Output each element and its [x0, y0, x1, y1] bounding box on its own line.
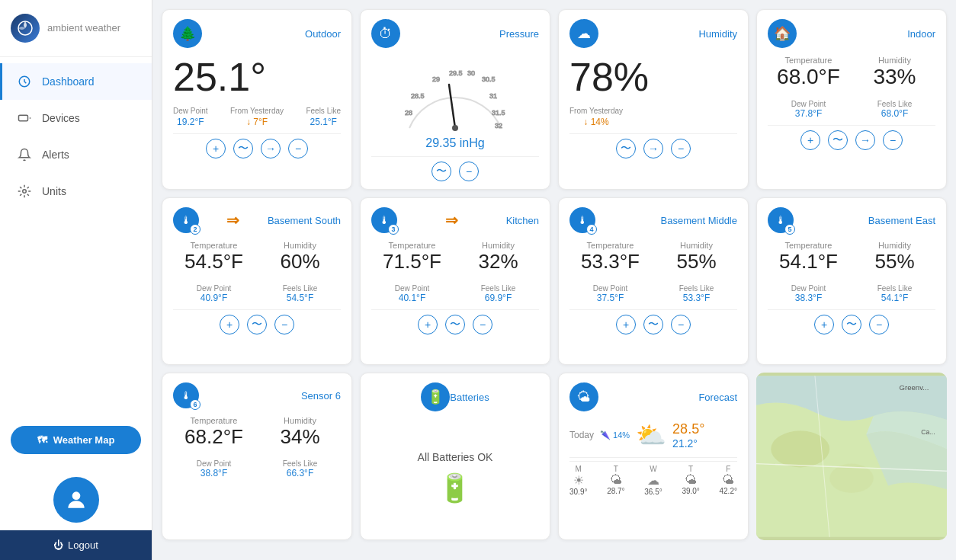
outdoor-add-btn[interactable]: +: [206, 139, 226, 158]
bs-remove-btn[interactable]: −: [274, 315, 294, 334]
sidebar-item-dashboard[interactable]: Dashboard: [0, 63, 152, 100]
outdoor-temp: 25.1°: [173, 56, 341, 99]
forecast-day-t1: T 🌤 28.7°: [607, 465, 624, 496]
pressure-icon: ⏱: [371, 19, 400, 48]
units-icon: [16, 183, 33, 200]
be-add-btn[interactable]: +: [814, 315, 834, 334]
arrow-right-icon: ⇒: [226, 211, 239, 229]
forecast-days-row: M ☀ 30.9° T 🌤 28.7° W ☁ 36.5° T 🌤 39.0° …: [569, 461, 737, 499]
weather-map-icon: 🗺: [37, 434, 47, 446]
indoor-sub-metrics: Dew Point 37.8°F Feels Like 68.0°F: [768, 95, 935, 119]
bm-chart-btn[interactable]: 〜: [643, 315, 663, 334]
outdoor-icon: 🌲: [173, 19, 202, 48]
bm-add-btn[interactable]: +: [616, 315, 636, 334]
svg-text:29.5: 29.5: [449, 69, 463, 77]
forecast-divider: [569, 457, 737, 458]
kitchen-icon: 🌡 3: [371, 207, 397, 233]
humidity-sub: From Yesterday ↓ 14%: [569, 107, 737, 127]
indoor-header: 🏠 Indoor: [768, 19, 935, 48]
indoor-remove-btn[interactable]: −: [883, 130, 903, 150]
humidity-remove-btn[interactable]: −: [671, 139, 691, 158]
sensor6-header: 🌡 6 Sensor 6: [173, 382, 341, 408]
svg-text:30.5: 30.5: [482, 75, 496, 83]
main-content: 🌲 Outdoor 25.1° Dew Point 19.2°F From Ye…: [152, 0, 956, 560]
indoor-card: 🏠 Indoor Temperature 68.0°F Humidity 33%…: [756, 9, 947, 190]
be-remove-btn[interactable]: −: [869, 315, 889, 334]
bm-remove-btn[interactable]: −: [671, 315, 691, 334]
bs-chart-btn[interactable]: 〜: [247, 315, 267, 334]
battery-graphic: 🔋: [438, 472, 472, 504]
logout-button[interactable]: ⏻ Logout: [0, 530, 152, 560]
forecast-day-f: F 🌤 42.2°: [720, 465, 737, 496]
humidity-card: ☁ Humidity 78% From Yesterday ↓ 14% 〜 → …: [558, 9, 749, 190]
indoor-icon: 🏠: [768, 19, 797, 48]
svg-point-4: [72, 491, 80, 500]
forecast-day-w: W ☁ 36.5°: [644, 465, 662, 496]
svg-text:32: 32: [495, 122, 502, 130]
sidebar-item-devices[interactable]: Devices: [0, 100, 152, 136]
humidity-share-btn[interactable]: →: [643, 139, 663, 158]
basement-south-icon: 🌡 2: [173, 207, 199, 233]
humidity-value: 78%: [569, 56, 737, 99]
basement-east-card: 🌡 5 Basement East Temperature 54.1°F Hum…: [756, 197, 947, 365]
indoor-share-btn[interactable]: →: [855, 130, 875, 150]
outdoor-sub: Dew Point 19.2°F From Yesterday ↓ 7°F Fe…: [173, 107, 341, 127]
svg-line-14: [449, 85, 455, 128]
weather-map-button[interactable]: 🗺 Weather Map: [11, 426, 141, 454]
indoor-main-metrics: Temperature 68.0°F Humidity 33%: [768, 56, 935, 89]
batteries-header: 🔋 Batteries: [421, 382, 489, 411]
forecast-icon: 🌤: [569, 382, 598, 411]
forecast-card: 🌤 Forecast Today 🌂 14% ⛅ 28.5° 21.2° M ☀…: [558, 373, 749, 540]
batteries-card: 🔋 Batteries All Batteries OK 🔋: [360, 373, 550, 540]
indoor-footer: + 〜 → −: [768, 125, 935, 150]
avatar: [53, 477, 99, 523]
logo-icon: [11, 14, 40, 43]
svg-text:31: 31: [489, 92, 497, 100]
be-chart-btn[interactable]: 〜: [842, 315, 861, 334]
k-chart-btn[interactable]: 〜: [445, 315, 465, 334]
svg-point-3: [23, 190, 27, 194]
pressure-value: 29.35 inHg: [371, 136, 539, 150]
basement-east-header: 🌡 5 Basement East: [768, 207, 935, 233]
svg-rect-2: [19, 115, 28, 121]
k-remove-btn[interactable]: −: [473, 315, 492, 334]
kitchen-arrow-icon: ⇒: [445, 211, 458, 229]
pressure-header: ⏱ Pressure: [371, 19, 539, 48]
logo-text: ambient weather: [47, 22, 120, 34]
outdoor-footer: + 〜 → −: [173, 133, 341, 158]
basement-south-arrow: ⇒: [226, 211, 239, 229]
kitchen-card: 🌡 3 ⇒ Kitchen Temperature 71.5°F Humidit…: [360, 197, 550, 365]
indoor-chart-btn[interactable]: 〜: [828, 130, 848, 150]
basement-middle-card: 🌡 4 Basement Middle Temperature 53.3°F H…: [558, 197, 749, 365]
outdoor-share-btn[interactable]: →: [261, 139, 281, 158]
pressure-chart-btn[interactable]: 〜: [431, 162, 451, 181]
humidity-icon: ☁: [569, 19, 598, 48]
map-card[interactable]: ⛶ Greenv... Ca...: [756, 373, 947, 540]
indoor-add-btn[interactable]: +: [800, 130, 820, 150]
pressure-remove-btn[interactable]: −: [459, 162, 479, 181]
svg-text:30: 30: [467, 69, 475, 77]
bs-add-btn[interactable]: +: [220, 315, 239, 334]
sidebar-item-units[interactable]: Units: [0, 173, 152, 210]
pressure-card: ⏱ Pressure 28 28.5 29 29.5 30 30.5 31 31…: [360, 9, 550, 190]
basement-east-icon: 🌡 5: [768, 207, 794, 233]
alerts-icon: [16, 146, 33, 163]
power-icon: ⏻: [53, 539, 63, 551]
dashboard-icon: [16, 73, 33, 90]
battery-status: All Batteries OK: [418, 451, 493, 463]
basement-south-header: 🌡 2 ⇒ Basement South: [173, 207, 341, 233]
outdoor-remove-btn[interactable]: −: [288, 139, 308, 158]
forecast-day-m: M ☀ 30.9°: [569, 465, 587, 496]
logo-area: ambient weather: [0, 0, 152, 57]
forecast-today: Today 🌂 14% ⛅ 28.5° 21.2°: [569, 416, 737, 454]
sidebar-nav: Dashboard Devices Alerts: [0, 57, 152, 418]
svg-point-15: [452, 125, 458, 131]
humidity-chart-btn[interactable]: 〜: [616, 139, 636, 158]
sidebar-item-alerts[interactable]: Alerts: [0, 136, 152, 173]
pressure-gauge: 28 28.5 29 29.5 30 30.5 31 31.5 32: [371, 56, 539, 139]
outdoor-card: 🌲 Outdoor 25.1° Dew Point 19.2°F From Ye…: [162, 9, 352, 190]
k-add-btn[interactable]: +: [418, 315, 438, 334]
basement-middle-header: 🌡 4 Basement Middle: [569, 207, 737, 233]
basement-middle-icon: 🌡 4: [569, 207, 595, 233]
outdoor-chart-btn[interactable]: 〜: [233, 139, 253, 158]
